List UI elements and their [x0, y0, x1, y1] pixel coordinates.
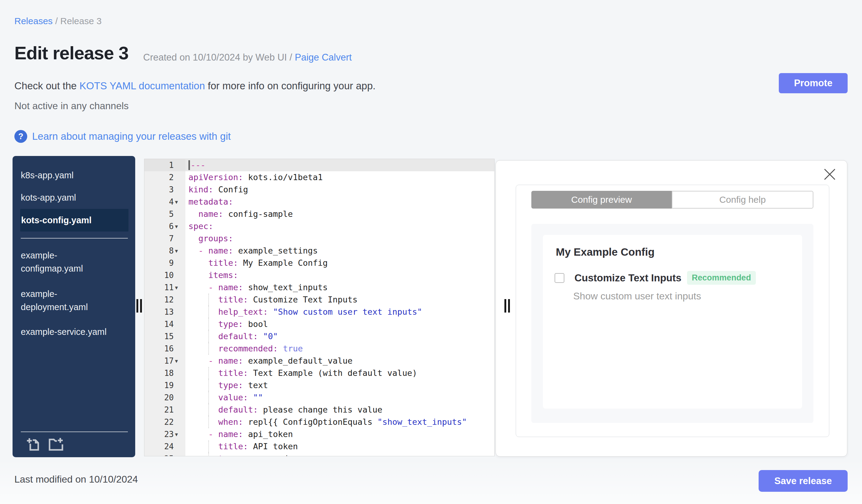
- code-line-14[interactable]: 14 type: bool: [144, 318, 494, 330]
- line-number: 20: [144, 392, 174, 404]
- line-number: 8: [144, 245, 174, 257]
- code-line-10[interactable]: 10 items:: [144, 269, 494, 281]
- line-number: 6: [144, 220, 174, 233]
- indent-guide: [208, 440, 209, 453]
- file-item-example-deployment.yaml[interactable]: example-deployment.yaml: [21, 288, 113, 314]
- code-line-20[interactable]: 20 value: "": [144, 392, 494, 404]
- tab-config-help[interactable]: Config help: [672, 191, 813, 209]
- breadcrumb: Releases / Release 3: [14, 16, 102, 26]
- config-item-row: Customize Text Inputs Recommended: [554, 271, 756, 285]
- line-number: 2: [144, 171, 174, 184]
- line-number: 16: [144, 343, 174, 355]
- fold-spacer: [174, 416, 185, 428]
- fold-spacer: [174, 269, 185, 281]
- breadcrumb-releases-link[interactable]: Releases: [14, 16, 53, 26]
- kots-yaml-doc-link[interactable]: KOTS YAML documentation: [80, 80, 205, 91]
- code-line-2[interactable]: 2apiVersion: kots.io/v1beta1: [144, 171, 494, 184]
- code-line-13[interactable]: 13 help_text: "Show custom user text inp…: [144, 306, 494, 318]
- code-line-11[interactable]: 11▾ - name: show_text_inputs: [144, 281, 494, 294]
- code-line-8[interactable]: 8▾ - name: example_settings: [144, 245, 494, 257]
- doc-hint-prefix: Check out the: [14, 80, 80, 91]
- file-item-kots-app.yaml[interactable]: kots-app.yaml: [21, 191, 113, 204]
- resize-handle-right[interactable]: [505, 299, 510, 313]
- breadcrumb-current: Release 3: [60, 16, 102, 26]
- app-root: Releases / Release 3 Edit release 3 Crea…: [0, 0, 862, 504]
- file-item-example-service.yaml[interactable]: example-service.yaml: [21, 326, 113, 339]
- customize-text-inputs-checkbox[interactable]: [554, 273, 564, 283]
- created-info: Created on 10/10/2024 by Web UI / Paige …: [143, 52, 352, 63]
- fold-spacer: [174, 318, 185, 330]
- breadcrumb-separator: /: [53, 16, 60, 26]
- sidebar-actions: [26, 437, 64, 452]
- code-line-12[interactable]: 12 title: Customize Text Inputs: [144, 294, 494, 306]
- line-number: 13: [144, 306, 174, 318]
- add-folder-button[interactable]: [48, 437, 64, 452]
- code-line-17[interactable]: 17▾ - name: example_default_value: [144, 355, 494, 367]
- add-folder-icon: [48, 437, 64, 452]
- fold-arrow-icon[interactable]: ▾: [174, 245, 185, 257]
- file-item-k8s-app.yaml[interactable]: k8s-app.yaml: [21, 169, 113, 182]
- close-button[interactable]: [824, 167, 835, 178]
- add-file-button[interactable]: [26, 437, 41, 452]
- fold-spacer: [174, 184, 185, 196]
- fold-arrow-icon[interactable]: ▾: [174, 355, 185, 367]
- indent-guide: [208, 318, 209, 330]
- fold-spacer: [174, 379, 185, 392]
- fold-spacer: [174, 343, 185, 355]
- code-line-4[interactable]: 4▾metadata:: [144, 196, 494, 208]
- code-line-15[interactable]: 15 default: "0": [144, 330, 494, 343]
- line-number: 22: [144, 416, 174, 428]
- config-group-card: My Example Config Customize Text Inputs …: [543, 235, 802, 409]
- line-number: 19: [144, 379, 174, 392]
- line-number: 24: [144, 440, 174, 453]
- file-item-example-configmap.yaml[interactable]: example-configmap.yaml: [21, 249, 113, 275]
- fold-spacer: [174, 453, 185, 456]
- code-line-7[interactable]: 7 groups:: [144, 233, 494, 245]
- code-line-19[interactable]: 19 type: text: [144, 379, 494, 392]
- code-line-18[interactable]: 18 title: Text Example (with default val…: [144, 367, 494, 379]
- indent-guide: [208, 367, 209, 379]
- file-item-kots-config.yaml[interactable]: kots-config.yaml: [20, 209, 129, 231]
- indent-guide: [208, 330, 209, 343]
- config-preview-card: Config previewConfig help My Example Con…: [516, 185, 829, 437]
- code-line-24[interactable]: 24 title: API token: [144, 440, 494, 453]
- tab-config-preview[interactable]: Config preview: [531, 191, 672, 209]
- line-number: 23: [144, 428, 174, 440]
- indent-guide: [208, 379, 209, 392]
- yaml-editor[interactable]: 1---2apiVersion: kots.io/v1beta13kind: C…: [144, 159, 495, 456]
- config-tabs: Config previewConfig help: [531, 191, 813, 209]
- fold-spacer: [174, 257, 185, 269]
- fold-arrow-icon[interactable]: ▾: [174, 196, 185, 208]
- fold-arrow-icon[interactable]: ▾: [174, 281, 185, 294]
- line-number: 14: [144, 318, 174, 330]
- code-line-9[interactable]: 9 title: My Example Config: [144, 257, 494, 269]
- save-release-button[interactable]: Save release: [759, 470, 848, 492]
- config-group-title: My Example Config: [556, 246, 655, 258]
- indent-guide: [208, 416, 209, 428]
- indent-guide: [208, 392, 209, 404]
- add-file-icon: [26, 437, 41, 452]
- preview-body: My Example Config Customize Text Inputs …: [531, 224, 813, 423]
- line-number: 5: [144, 208, 174, 220]
- code-line-21[interactable]: 21 default: please change this value: [144, 404, 494, 416]
- code-line-3[interactable]: 3kind: Config: [144, 184, 494, 196]
- config-item-label: Customize Text Inputs: [574, 272, 681, 284]
- code-line-22[interactable]: 22 when: repl{{ ConfigOptionEquals "show…: [144, 416, 494, 428]
- page-title: Edit release 3: [14, 42, 129, 64]
- code-line-16[interactable]: 16 recommended: true: [144, 343, 494, 355]
- resize-handle-left[interactable]: [136, 299, 142, 313]
- fold-spacer: [174, 171, 185, 184]
- line-number: 15: [144, 330, 174, 343]
- fold-spacer: [174, 233, 185, 245]
- doc-hint-suffix: for more info on configuring your app.: [205, 80, 376, 91]
- code-line-1[interactable]: 1---: [144, 159, 494, 171]
- code-line-23[interactable]: 23▾ - name: api_token: [144, 428, 494, 440]
- promote-button[interactable]: Promote: [779, 73, 848, 93]
- fold-arrow-icon[interactable]: ▾: [174, 428, 185, 440]
- code-line-25[interactable]: 25 type: password: [144, 453, 494, 456]
- git-help-link[interactable]: Learn about managing your releases with …: [32, 131, 231, 142]
- fold-arrow-icon[interactable]: ▾: [174, 220, 185, 233]
- code-line-6[interactable]: 6▾spec:: [144, 220, 494, 233]
- code-line-5[interactable]: 5 name: config-sample: [144, 208, 494, 220]
- created-by-link[interactable]: Paige Calvert: [295, 52, 352, 63]
